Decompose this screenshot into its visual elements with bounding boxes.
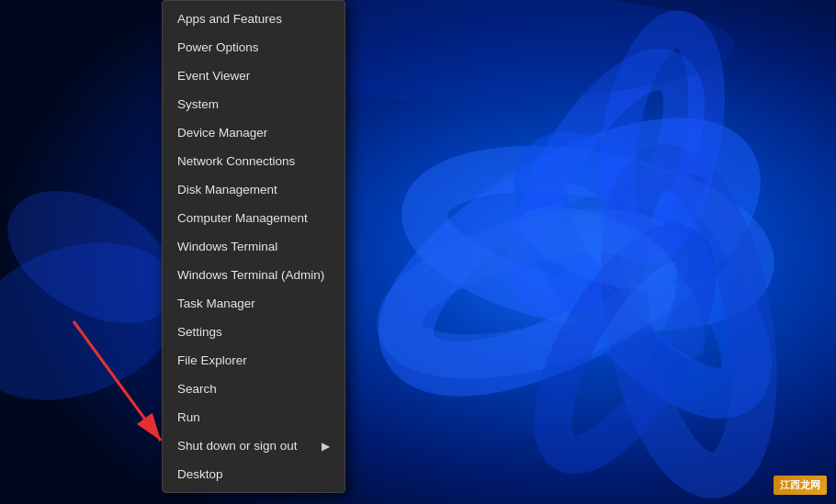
desktop-background xyxy=(0,0,836,504)
menu-item-6[interactable]: Disk Management xyxy=(163,175,345,204)
menu-item-label-12: File Explorer xyxy=(177,353,247,367)
menu-item-label-11: Settings xyxy=(177,325,222,339)
menu-item-12[interactable]: File Explorer xyxy=(163,346,345,375)
menu-item-label-5: Network Connections xyxy=(177,154,295,168)
menu-item-label-16: Desktop xyxy=(177,467,223,481)
menu-item-label-1: Power Options xyxy=(177,40,259,54)
menu-item-13[interactable]: Search xyxy=(163,375,345,403)
menu-item-label-6: Disk Management xyxy=(177,183,277,196)
menu-item-label-2: Event Viewer xyxy=(177,69,250,83)
menu-item-5[interactable]: Network Connections xyxy=(163,147,345,175)
menu-item-14[interactable]: Run xyxy=(163,403,345,431)
menu-item-label-7: Computer Management xyxy=(177,211,308,225)
menu-item-label-10: Task Manager xyxy=(177,297,255,310)
menu-item-label-15: Shut down or sign out xyxy=(177,439,298,453)
menu-item-label-3: System xyxy=(177,97,219,111)
watermark: 江西龙网 xyxy=(774,476,827,495)
menu-item-1[interactable]: Power Options xyxy=(163,33,345,62)
menu-item-3[interactable]: System xyxy=(163,90,345,118)
background-svg xyxy=(0,0,836,504)
menu-item-7[interactable]: Computer Management xyxy=(163,204,345,232)
menu-item-label-14: Run xyxy=(177,410,200,424)
menu-item-15[interactable]: Shut down or sign out▶ xyxy=(163,431,345,460)
menu-item-16[interactable]: Desktop xyxy=(163,460,345,488)
menu-item-label-0: Apps and Features xyxy=(177,12,282,26)
menu-item-label-8: Windows Terminal xyxy=(177,240,277,253)
menu-item-4[interactable]: Device Manager xyxy=(163,118,345,147)
context-menu: Apps and FeaturesPower OptionsEvent View… xyxy=(162,0,345,493)
menu-item-label-9: Windows Terminal (Admin) xyxy=(177,268,324,282)
menu-item-10[interactable]: Task Manager xyxy=(163,289,345,318)
menu-item-8[interactable]: Windows Terminal xyxy=(163,232,345,261)
menu-item-2[interactable]: Event Viewer xyxy=(163,62,345,90)
menu-item-label-4: Device Manager xyxy=(177,126,267,140)
menu-item-0[interactable]: Apps and Features xyxy=(163,5,345,33)
menu-item-9[interactable]: Windows Terminal (Admin) xyxy=(163,261,345,289)
submenu-arrow-15: ▶ xyxy=(322,440,330,453)
menu-item-11[interactable]: Settings xyxy=(163,318,345,346)
menu-item-label-13: Search xyxy=(177,382,217,396)
